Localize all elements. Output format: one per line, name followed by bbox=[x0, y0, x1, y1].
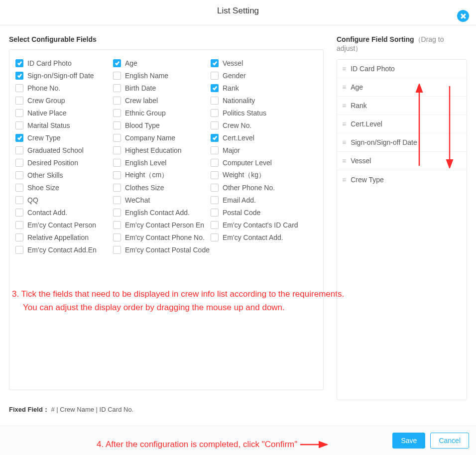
field-checkbox-row[interactable]: WeChat bbox=[113, 194, 211, 206]
field-checkbox-row[interactable]: Company Name bbox=[113, 131, 211, 144]
checkbox[interactable] bbox=[15, 246, 23, 254]
field-checkbox-row[interactable]: Sign-on/Sign-off Date bbox=[15, 69, 113, 82]
checkbox[interactable] bbox=[113, 184, 121, 192]
field-checkbox-row[interactable]: English Level bbox=[113, 156, 211, 169]
sort-item[interactable]: ≡Sign-on/Sign-off Date bbox=[337, 133, 467, 152]
checkbox[interactable] bbox=[211, 184, 219, 192]
checkbox[interactable] bbox=[15, 134, 23, 142]
checkbox[interactable] bbox=[15, 72, 23, 80]
field-checkbox-row[interactable]: Ethnic Group bbox=[113, 107, 211, 119]
checkbox[interactable] bbox=[113, 159, 121, 167]
field-checkbox-row[interactable]: Crew Group bbox=[15, 94, 113, 107]
field-checkbox-row[interactable]: Email Add. bbox=[211, 194, 308, 206]
field-checkbox-row[interactable]: Gender bbox=[211, 69, 308, 82]
field-checkbox-row[interactable]: Vessel bbox=[211, 57, 308, 69]
checkbox[interactable] bbox=[15, 159, 23, 167]
checkbox[interactable] bbox=[15, 84, 23, 92]
field-checkbox-row[interactable]: Crew Type bbox=[15, 131, 113, 144]
field-checkbox-row[interactable]: Birth Date bbox=[113, 82, 211, 94]
checkbox[interactable] bbox=[15, 233, 23, 241]
field-checkbox-row[interactable]: Nationality bbox=[211, 94, 308, 107]
checkbox[interactable] bbox=[211, 221, 219, 229]
checkbox[interactable] bbox=[211, 84, 219, 92]
checkbox[interactable] bbox=[15, 184, 23, 192]
checkbox[interactable] bbox=[113, 171, 121, 179]
field-checkbox-row[interactable]: Em'cy Contact Phone No. bbox=[113, 231, 211, 243]
field-checkbox-row[interactable]: Phone No. bbox=[15, 82, 113, 94]
field-checkbox-row[interactable]: Other Phone No. bbox=[211, 181, 308, 194]
field-checkbox-row[interactable]: Native Place bbox=[15, 107, 113, 119]
checkbox[interactable] bbox=[113, 246, 121, 254]
field-checkbox-row[interactable]: QQ bbox=[15, 194, 113, 206]
field-checkbox-row[interactable]: Crew label bbox=[113, 94, 211, 107]
checkbox[interactable] bbox=[113, 209, 121, 217]
checkbox[interactable] bbox=[15, 109, 23, 117]
checkbox[interactable] bbox=[211, 159, 219, 167]
checkbox[interactable] bbox=[15, 59, 23, 67]
checkbox[interactable] bbox=[15, 171, 23, 179]
checkbox[interactable] bbox=[211, 233, 219, 241]
field-checkbox-row[interactable]: Relative Appellation bbox=[15, 231, 113, 243]
field-checkbox-row[interactable]: Other Skills bbox=[15, 169, 113, 181]
sort-item[interactable]: ≡ID Card Photo bbox=[337, 60, 467, 78]
checkbox[interactable] bbox=[113, 221, 121, 229]
field-checkbox-row[interactable]: Height（cm） bbox=[113, 169, 211, 181]
checkbox[interactable] bbox=[113, 196, 121, 204]
field-checkbox-row[interactable]: Postal Code bbox=[211, 206, 308, 219]
checkbox[interactable] bbox=[15, 196, 23, 204]
field-checkbox-row[interactable]: ID Card Photo bbox=[15, 57, 113, 69]
field-checkbox-row[interactable]: Em'cy Contact Add. bbox=[211, 231, 308, 243]
checkbox[interactable] bbox=[113, 72, 121, 80]
field-checkbox-row[interactable]: Contact Add. bbox=[15, 206, 113, 219]
checkbox[interactable] bbox=[113, 134, 121, 142]
field-checkbox-row[interactable]: Em'cy Contact's ID Card bbox=[211, 219, 308, 231]
checkbox[interactable] bbox=[211, 146, 219, 154]
field-checkbox-row[interactable]: Cert.Level bbox=[211, 131, 308, 144]
field-checkbox-row[interactable]: English Name bbox=[113, 69, 211, 82]
checkbox[interactable] bbox=[113, 146, 121, 154]
checkbox[interactable] bbox=[113, 109, 121, 117]
field-checkbox-row[interactable]: Em'cy Contact Person En bbox=[113, 219, 211, 231]
checkbox[interactable] bbox=[113, 97, 121, 105]
save-button[interactable]: Save bbox=[392, 433, 425, 449]
checkbox[interactable] bbox=[211, 134, 219, 142]
checkbox[interactable] bbox=[211, 109, 219, 117]
checkbox[interactable] bbox=[15, 221, 23, 229]
field-checkbox-row[interactable]: Politics Status bbox=[211, 107, 308, 119]
field-checkbox-row[interactable]: Marital Status bbox=[15, 119, 113, 131]
field-checkbox-row[interactable]: Age bbox=[113, 57, 211, 69]
checkbox[interactable] bbox=[211, 171, 219, 179]
field-checkbox-row[interactable]: Em'cy Contact Add.En bbox=[15, 243, 113, 256]
field-checkbox-row[interactable]: Computer Level bbox=[211, 156, 308, 169]
field-checkbox-row[interactable]: Major bbox=[211, 144, 308, 156]
field-checkbox-row[interactable]: Highest Education bbox=[113, 144, 211, 156]
field-checkbox-row[interactable]: Blood Type bbox=[113, 119, 211, 131]
field-checkbox-row[interactable]: Weight（kg） bbox=[211, 169, 308, 181]
checkbox[interactable] bbox=[211, 97, 219, 105]
checkbox[interactable] bbox=[113, 121, 121, 129]
checkbox[interactable] bbox=[113, 84, 121, 92]
checkbox[interactable] bbox=[211, 209, 219, 217]
checkbox[interactable] bbox=[15, 146, 23, 154]
checkbox[interactable] bbox=[15, 209, 23, 217]
sort-item[interactable]: ≡Crew Type bbox=[337, 170, 467, 189]
checkbox[interactable] bbox=[211, 59, 219, 67]
sort-item[interactable]: ≡Age bbox=[337, 78, 467, 97]
field-checkbox-row[interactable]: Shoe Size bbox=[15, 181, 113, 194]
field-checkbox-row[interactable]: Em'cy Contact Postal Code bbox=[113, 243, 211, 256]
checkbox[interactable] bbox=[113, 59, 121, 67]
checkbox[interactable] bbox=[113, 233, 121, 241]
field-checkbox-row[interactable]: Graduated School bbox=[15, 144, 113, 156]
sort-item[interactable]: ≡Cert.Level bbox=[337, 115, 467, 133]
checkbox[interactable] bbox=[15, 121, 23, 129]
sort-item[interactable]: ≡Rank bbox=[337, 97, 467, 115]
checkbox[interactable] bbox=[211, 196, 219, 204]
field-checkbox-row[interactable]: Em'cy Contact Person bbox=[15, 219, 113, 231]
checkbox[interactable] bbox=[211, 121, 219, 129]
checkbox[interactable] bbox=[15, 97, 23, 105]
field-checkbox-row[interactable]: Rank bbox=[211, 82, 308, 94]
cancel-button[interactable]: Cancel bbox=[430, 433, 469, 449]
field-checkbox-row[interactable]: Desired Position bbox=[15, 156, 113, 169]
field-checkbox-row[interactable]: Clothes Size bbox=[113, 181, 211, 194]
close-button[interactable] bbox=[457, 10, 469, 22]
